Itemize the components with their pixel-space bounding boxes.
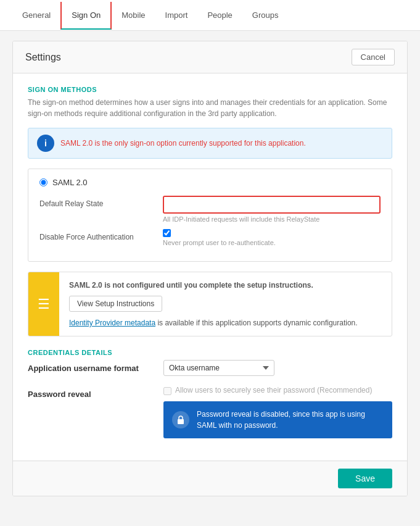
default-relay-row: Default Relay State All IDP-Initiated re…: [39, 196, 381, 223]
username-format-select[interactable]: Okta usernameEmailCustom: [163, 360, 274, 376]
warning-content: SAML 2.0 is not configured until you com…: [59, 272, 392, 336]
tab-import[interactable]: Import: [155, 2, 198, 30]
disable-force-hint: Never prompt user to re-authenticate.: [163, 239, 381, 246]
disable-force-label: Disable Force Authentication: [39, 229, 163, 241]
info-banner-text: SAML 2.0 is the only sign-on option curr…: [60, 139, 306, 148]
settings-header: Settings Cancel: [13, 41, 407, 73]
password-reveal-field: Allow users to securely see their passwo…: [163, 386, 392, 438]
info-banner: i SAML 2.0 is the only sign-on option cu…: [28, 128, 392, 159]
disable-force-field: Never prompt user to re-authenticate.: [163, 229, 381, 246]
warning-icon: ☰: [38, 296, 50, 312]
saml-radio-label[interactable]: SAML 2.0: [39, 178, 381, 187]
password-reveal-checkbox-row: Allow users to securely see their passwo…: [163, 386, 392, 395]
sign-on-methods-section: SIGN ON METHODS The sign-on method deter…: [28, 86, 392, 336]
sign-on-methods-heading: SIGN ON METHODS: [28, 86, 392, 93]
settings-body: SIGN ON METHODS The sign-on method deter…: [13, 73, 407, 461]
username-format-label: Application username format: [28, 360, 163, 373]
disable-force-row: Disable Force Authentication Never promp…: [39, 229, 381, 246]
default-relay-label: Default Relay State: [39, 196, 163, 208]
username-format-field: Okta usernameEmailCustom: [163, 360, 392, 376]
saml-radio-text: SAML 2.0: [52, 178, 88, 187]
username-format-row: Application username format Okta usernam…: [28, 360, 392, 376]
main-content: Settings Cancel SIGN ON METHODS The sign…: [0, 31, 420, 506]
disable-force-checkbox[interactable]: [163, 229, 171, 237]
sign-on-methods-desc: The sign-on method determines how a user…: [28, 97, 392, 119]
default-relay-input[interactable]: [163, 196, 381, 214]
default-relay-hint: All IDP-Initiated requests will include …: [163, 215, 381, 223]
svg-rect-0: [178, 419, 184, 424]
credentials-section: CREDENTIALS DETAILS Application username…: [28, 349, 392, 438]
view-setup-button[interactable]: View Setup Instructions: [69, 296, 162, 312]
warning-link-suffix: is available if this application support…: [155, 319, 358, 327]
lock-icon: [172, 411, 189, 428]
tab-general[interactable]: General: [12, 2, 60, 30]
saml-radio-input[interactable]: [39, 178, 47, 186]
top-nav: General Sign On Mobile Import People Gro…: [0, 0, 420, 31]
password-reveal-checkbox[interactable]: [163, 387, 171, 395]
password-reveal-row: Password reveal Allow users to securely …: [28, 386, 392, 438]
credentials-heading: CREDENTIALS DETAILS: [28, 349, 392, 356]
password-disabled-box: Password reveal is disabled, since this …: [163, 401, 392, 438]
info-icon: i: [37, 135, 54, 152]
default-relay-field: All IDP-Initiated requests will include …: [163, 196, 381, 223]
settings-footer: Save: [13, 461, 407, 496]
saml-box: SAML 2.0 Default Relay State All IDP-Ini…: [28, 169, 392, 262]
identity-provider-link[interactable]: Identity Provider metadata: [69, 319, 155, 327]
warning-text: SAML 2.0 is not configured until you com…: [69, 281, 382, 290]
warning-link-row: Identity Provider metadata is available …: [69, 318, 382, 327]
tab-people[interactable]: People: [197, 2, 242, 30]
save-button[interactable]: Save: [338, 469, 392, 488]
warning-strip: ☰: [28, 272, 59, 336]
tab-mobile[interactable]: Mobile: [112, 2, 155, 30]
tab-sign-on[interactable]: Sign On: [60, 2, 112, 30]
password-reveal-label: Password reveal: [28, 386, 163, 399]
settings-title: Settings: [25, 52, 61, 63]
cancel-button[interactable]: Cancel: [352, 49, 395, 65]
tab-groups[interactable]: Groups: [242, 2, 289, 30]
password-disabled-text: Password reveal is disabled, since this …: [197, 409, 384, 431]
password-reveal-checkbox-label: Allow users to securely see their passwo…: [175, 386, 372, 394]
settings-card: Settings Cancel SIGN ON METHODS The sign…: [12, 41, 408, 496]
warning-banner: ☰ SAML 2.0 is not configured until you c…: [28, 272, 392, 336]
